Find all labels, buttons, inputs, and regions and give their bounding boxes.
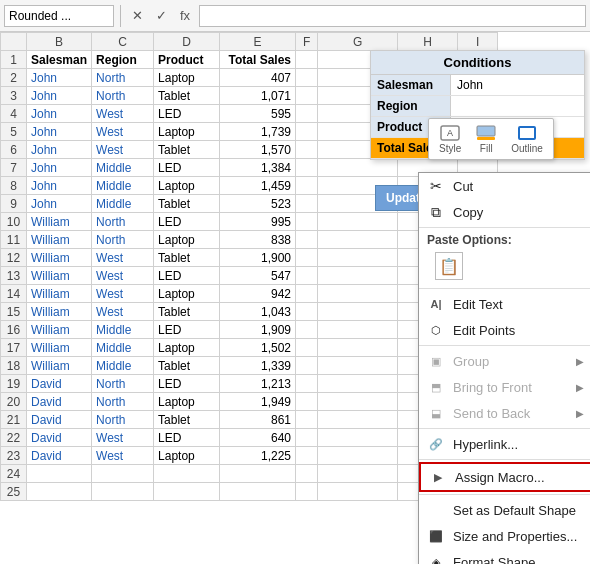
table-cell[interactable]: 6 xyxy=(1,141,27,159)
table-cell[interactable]: Laptop xyxy=(154,339,220,357)
table-cell[interactable]: 3 xyxy=(1,87,27,105)
table-cell[interactable]: David xyxy=(27,429,92,447)
ctx-copy[interactable]: ⧉ Copy xyxy=(419,199,590,225)
table-cell[interactable] xyxy=(154,483,220,501)
ctx-assign-macro[interactable]: ▶ Assign Macro... xyxy=(419,462,590,492)
table-cell[interactable]: North xyxy=(92,213,154,231)
table-cell[interactable]: 1,502 xyxy=(220,339,296,357)
table-cell[interactable]: 25 xyxy=(1,483,27,501)
table-cell[interactable]: Tablet xyxy=(154,303,220,321)
table-cell[interactable]: David xyxy=(27,393,92,411)
col-header-b[interactable]: B xyxy=(27,33,92,51)
table-cell[interactable]: John xyxy=(27,123,92,141)
table-cell[interactable]: 2 xyxy=(1,69,27,87)
table-cell[interactable]: John xyxy=(27,195,92,213)
ctx-send-to-back[interactable]: ⬓ Send to Back ▶ xyxy=(419,400,590,426)
table-cell[interactable] xyxy=(92,483,154,501)
table-cell[interactable]: William xyxy=(27,285,92,303)
table-cell[interactable]: Middle xyxy=(92,357,154,375)
table-cell[interactable]: Tablet xyxy=(154,249,220,267)
table-cell[interactable]: West xyxy=(92,105,154,123)
table-cell[interactable]: Tablet xyxy=(154,411,220,429)
table-cell[interactable] xyxy=(296,231,318,249)
table-cell[interactable] xyxy=(318,411,398,429)
table-cell[interactable]: 16 xyxy=(1,321,27,339)
col-header-d[interactable]: D xyxy=(154,33,220,51)
table-cell[interactable]: 7 xyxy=(1,159,27,177)
table-cell[interactable] xyxy=(220,483,296,501)
table-cell[interactable]: LED xyxy=(154,105,220,123)
table-cell[interactable] xyxy=(318,159,398,177)
table-cell[interactable] xyxy=(318,483,398,501)
col-header-h[interactable]: H xyxy=(398,33,458,51)
table-cell[interactable] xyxy=(318,267,398,285)
table-cell[interactable] xyxy=(296,447,318,465)
table-cell[interactable]: West xyxy=(92,141,154,159)
table-cell[interactable]: 11 xyxy=(1,231,27,249)
table-cell[interactable]: LED xyxy=(154,429,220,447)
table-cell[interactable]: Laptop xyxy=(154,393,220,411)
table-cell[interactable] xyxy=(296,321,318,339)
ctx-edit-text[interactable]: A| Edit Text xyxy=(419,291,590,317)
table-cell[interactable]: William xyxy=(27,249,92,267)
table-cell[interactable] xyxy=(296,339,318,357)
table-cell[interactable]: Laptop xyxy=(154,177,220,195)
table-cell[interactable]: Salesman xyxy=(27,51,92,69)
table-cell[interactable]: David xyxy=(27,447,92,465)
table-cell[interactable]: LED xyxy=(154,213,220,231)
table-cell[interactable]: 22 xyxy=(1,429,27,447)
table-cell[interactable]: Middle xyxy=(92,321,154,339)
table-cell[interactable]: John xyxy=(27,87,92,105)
table-cell[interactable]: Total Sales xyxy=(220,51,296,69)
table-cell[interactable]: 1,570 xyxy=(220,141,296,159)
table-cell[interactable]: 1,739 xyxy=(220,123,296,141)
table-cell[interactable]: 861 xyxy=(220,411,296,429)
ctx-format-shape[interactable]: ◈ Format Shape... xyxy=(419,549,590,564)
table-cell[interactable]: 1,909 xyxy=(220,321,296,339)
table-cell[interactable] xyxy=(318,357,398,375)
cancel-icon[interactable]: ✕ xyxy=(127,5,147,27)
table-cell[interactable]: North xyxy=(92,69,154,87)
table-cell[interactable] xyxy=(318,429,398,447)
table-cell[interactable]: North xyxy=(92,87,154,105)
table-cell[interactable]: Tablet xyxy=(154,141,220,159)
table-cell[interactable]: Laptop xyxy=(154,123,220,141)
table-cell[interactable]: Middle xyxy=(92,159,154,177)
table-cell[interactable]: 18 xyxy=(1,357,27,375)
outline-button[interactable]: Outline xyxy=(507,122,547,156)
table-cell[interactable]: David xyxy=(27,375,92,393)
ctx-group[interactable]: ▣ Group ▶ xyxy=(419,348,590,374)
table-cell[interactable]: West xyxy=(92,447,154,465)
table-cell[interactable] xyxy=(296,357,318,375)
table-cell[interactable]: 1,339 xyxy=(220,357,296,375)
table-cell[interactable]: John xyxy=(27,177,92,195)
table-cell[interactable] xyxy=(154,465,220,483)
table-cell[interactable] xyxy=(296,105,318,123)
table-cell[interactable] xyxy=(318,285,398,303)
table-cell[interactable]: John xyxy=(27,141,92,159)
table-cell[interactable]: 640 xyxy=(220,429,296,447)
ctx-bring-to-front[interactable]: ⬒ Bring to Front ▶ xyxy=(419,374,590,400)
table-cell[interactable]: John xyxy=(27,105,92,123)
table-cell[interactable] xyxy=(220,465,296,483)
table-cell[interactable]: West xyxy=(92,303,154,321)
ctx-size-properties[interactable]: ⬛ Size and Properties... xyxy=(419,523,590,549)
table-cell[interactable]: 1,225 xyxy=(220,447,296,465)
table-cell[interactable]: 595 xyxy=(220,105,296,123)
table-cell[interactable]: LED xyxy=(154,159,220,177)
table-cell[interactable]: LED xyxy=(154,321,220,339)
table-cell[interactable]: 1,043 xyxy=(220,303,296,321)
table-cell[interactable] xyxy=(296,393,318,411)
table-cell[interactable]: 24 xyxy=(1,465,27,483)
table-cell[interactable]: 1,459 xyxy=(220,177,296,195)
fill-button[interactable]: Fill xyxy=(471,122,501,156)
table-cell[interactable]: LED xyxy=(154,267,220,285)
table-cell[interactable] xyxy=(296,69,318,87)
ctx-edit-points[interactable]: ⬡ Edit Points xyxy=(419,317,590,343)
table-cell[interactable] xyxy=(296,375,318,393)
table-cell[interactable]: William xyxy=(27,303,92,321)
ctx-hyperlink[interactable]: 🔗 Hyperlink... xyxy=(419,431,590,457)
table-cell[interactable]: 9 xyxy=(1,195,27,213)
table-cell[interactable]: William xyxy=(27,357,92,375)
col-header-f[interactable]: F xyxy=(296,33,318,51)
